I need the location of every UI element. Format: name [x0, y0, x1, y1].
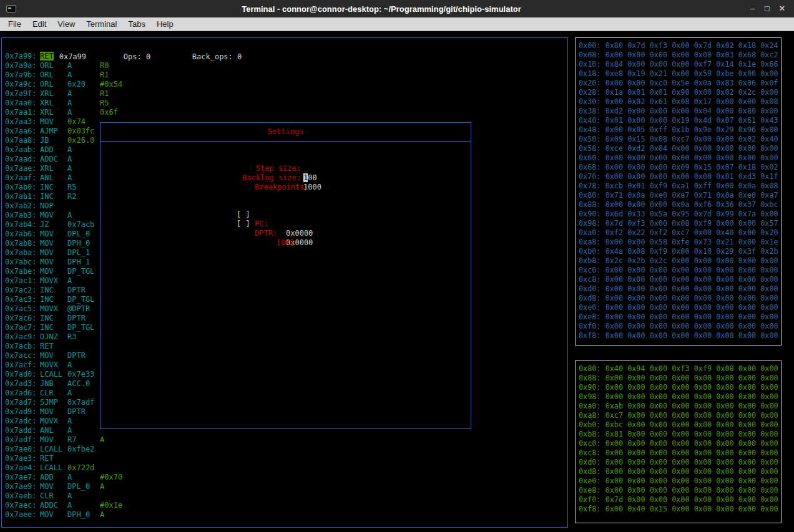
instruction-address: 0x7ad9:: [5, 407, 40, 417]
instruction-address: 0x7ab2:: [5, 201, 40, 211]
memory-row: 0x78: 0xcb 0x01 0xf9 0xa1 0xff 0x00 0x0a…: [579, 181, 781, 191]
instruction-operand-2: #0x1e: [100, 501, 122, 510]
mnemonic-text: MOV: [40, 510, 54, 519]
breakpoint-pc-value[interactable]: 0x0000: [286, 229, 313, 238]
mnemonic-text: ADDC: [40, 501, 58, 510]
memory-row-bytes: 0x00 0x00 0x00 0x00 0x00 0x00 0x00 0x00: [605, 439, 778, 448]
memory-row-bytes: 0xd2 0x00 0x00 0x00 0x04 0x00 0x80 0x00: [605, 107, 778, 115]
memory-panel-external: 0x80: 0x40 0x94 0x00 0xf3 0xf9 0x08 0x00…: [575, 360, 782, 523]
instruction-address: 0x7adf:: [5, 435, 40, 445]
instruction-address: 0x7aa3:: [5, 117, 40, 127]
status-line: PC: 0x7a99Ops: 0Back_ops: 0: [5, 43, 242, 52]
memory-row-bytes: 0xcb 0x01 0xf9 0xa1 0xff 0x00 0x0a 0x08: [605, 181, 778, 190]
memory-row: 0x88: 0x00 0x00 0x00 0x0a 0xf6 0x36 0x37…: [579, 200, 781, 210]
instruction-mnemonic: ORL: [40, 70, 67, 80]
instruction-mnemonic: ADD: [40, 473, 67, 482]
memory-row: 0x68: 0x00 0x00 0x00 0x09 0x15 0x07 0x18…: [579, 163, 781, 172]
memory-row: 0x50: 0x09 0x15 0x08 0xc7 0x00 0x00 0x02…: [579, 135, 781, 144]
instruction-mnemonic: ORL: [40, 80, 67, 89]
instruction-mnemonic: MOV: [40, 248, 67, 258]
memory-row: 0xa8: 0xc7 0x00 0x00 0x00 0x00 0x00 0x00…: [579, 411, 781, 420]
memory-row: 0x28: 0x1a 0x01 0x01 0x90 0x00 0x02 0x2c…: [579, 88, 781, 97]
instruction-mnemonic: ANL: [40, 426, 67, 435]
memory-row-address: 0xa0:: [579, 402, 605, 410]
instruction-operand-1: 0x20: [67, 80, 100, 89]
instruction-operand-1: A: [67, 108, 100, 117]
memory-row-address: 0x50:: [579, 135, 605, 143]
breakpoint-dptr-row: [ ] DPTR: 0x0000: [100, 210, 471, 220]
instruction-mnemonic: MOV: [40, 117, 67, 127]
instruction-mnemonic: ADDC: [40, 155, 67, 164]
minimize-button[interactable]: –: [747, 0, 758, 17]
titlebar[interactable]: Terminal - connor@connor-desktop: ~/Prog…: [0, 0, 794, 17]
memory-row-address: 0xd0:: [579, 284, 605, 293]
close-button[interactable]: ✕: [777, 0, 788, 17]
instruction-mnemonic: ORL: [40, 61, 67, 70]
instruction-address: 0x7acc:: [5, 351, 40, 360]
menu-terminal[interactable]: Terminal: [81, 17, 122, 31]
ok-button[interactable]: [OK]: [100, 238, 471, 248]
mnemonic-text: MOV: [40, 211, 54, 220]
mnemonic-text: MOV: [40, 482, 54, 491]
breakpoint-dptr-checkbox[interactable]: [ ]: [237, 220, 250, 229]
memory-row-bytes: 0x00 0x00 0x00 0x00 0x00 0x00 0x00 0x00: [605, 392, 778, 401]
breakpoints-heading: Breakpoints:: [255, 183, 309, 192]
instruction-operand-1: 0xfbe2: [67, 445, 100, 454]
menubar: File Edit View Terminal Tabs Help: [0, 17, 794, 31]
instruction-operand-2: R1: [100, 89, 109, 99]
instruction-operand-1: DPH_0: [67, 239, 100, 248]
disassembly-row: 0x7ae4:LCALL0x722d: [5, 463, 566, 473]
memory-row-address: 0xb8:: [579, 430, 605, 438]
disassembly-row: 0x7a99:RET: [5, 52, 566, 61]
instruction-mnemonic: NOP: [40, 201, 67, 211]
memory-row: 0x80: 0x40 0x94 0x00 0xf3 0xf9 0x08 0x00…: [579, 364, 781, 374]
instruction-operand-1: DPTR: [67, 407, 100, 417]
memory-row: 0x90: 0x6d 0x33 0x5a 0x95 0x7d 0x99 0x7a…: [579, 210, 781, 219]
instruction-operand-1: A: [67, 389, 100, 398]
mnemonic-text: ANL: [40, 426, 54, 435]
instruction-mnemonic: INC: [40, 183, 67, 192]
instruction-mnemonic: ADDC: [40, 501, 67, 510]
menu-edit[interactable]: Edit: [27, 17, 52, 31]
memory-row-address: 0x20:: [579, 79, 605, 87]
memory-row-bytes: 0x00 0x00 0x00 0x00 0x00 0x00 0x00 0x00: [605, 374, 778, 382]
step-size-value[interactable]: 100: [303, 173, 317, 183]
instruction-mnemonic: MOV: [40, 258, 67, 267]
mnemonic-text: INC: [40, 183, 54, 191]
instruction-operand-1: 0x7adf: [67, 398, 100, 407]
menu-view[interactable]: View: [52, 17, 81, 31]
instruction-address: 0x7aae:: [5, 164, 40, 173]
instruction-operand-1: 0x7e33: [67, 370, 100, 379]
mnemonic-text: ADDC: [40, 155, 58, 163]
memory-row-bytes: 0xce 0xd2 0x04 0x00 0x00 0x00 0x00 0x00: [605, 144, 778, 153]
memory-row-address: 0xb0:: [579, 247, 605, 256]
memory-row-bytes: 0x00 0x00 0x00 0x00 0x00 0x01 0xd3 0x1f: [605, 172, 778, 181]
mnemonic-text: ADD: [40, 473, 54, 481]
mnemonic-text: DJNZ: [40, 332, 58, 341]
text-cursor: 1: [303, 173, 308, 182]
mnemonic-text: MOV: [40, 258, 54, 266]
instruction-operand-1: A: [67, 173, 100, 183]
memory-row: 0xc0: 0x00 0x00 0x00 0x00 0x00 0x00 0x00…: [579, 266, 781, 275]
menu-help[interactable]: Help: [151, 17, 179, 31]
memory-row-bytes: 0xe8 0x19 0x21 0x00 0x59 0xbe 0x00 0x00: [605, 69, 778, 78]
memory-row-bytes: 0x1a 0x01 0x01 0x90 0x00 0x02 0x2c 0x00: [605, 88, 778, 97]
instruction-mnemonic: CLR: [40, 389, 67, 398]
memory-row-bytes: 0x00 0x40 0x15 0x00 0x00 0x00 0x00 0x00: [605, 505, 778, 513]
memory-row-address: 0xa8:: [579, 411, 605, 420]
instruction-operand-2: #0x54: [100, 80, 122, 89]
instruction-address: 0x7ac3:: [5, 295, 40, 304]
instruction-address: 0x7ae0:: [5, 445, 40, 454]
menu-tabs[interactable]: Tabs: [122, 17, 150, 31]
instruction-address: 0x7ad3:: [5, 379, 40, 389]
maximize-button[interactable]: □: [762, 0, 773, 17]
memory-row-address: 0x10:: [579, 60, 605, 69]
memory-row-bytes: 0x09 0x15 0x08 0xc7 0x00 0x00 0x02 0x40: [605, 135, 778, 143]
instruction-address: 0x7aaf:: [5, 173, 40, 183]
instruction-address: 0x7aa0:: [5, 99, 40, 108]
memory-row-bytes: 0x00 0x00 0x00 0x0a 0xf6 0x36 0x37 0xbc: [605, 200, 778, 209]
memory-row-bytes: 0xc7 0x00 0x00 0x00 0x00 0x00 0x00 0x00: [605, 411, 778, 420]
memory-row: 0xa0: 0xab 0x00 0x00 0x00 0x00 0x00 0x00…: [579, 402, 781, 411]
menu-file[interactable]: File: [2, 17, 27, 31]
instruction-mnemonic: MOV: [40, 435, 67, 445]
